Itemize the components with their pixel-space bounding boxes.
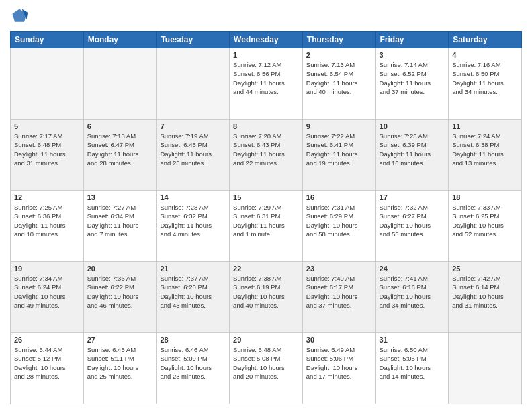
day-info: Sunrise: 7:18 AM Sunset: 6:47 PM Dayligh… <box>87 132 153 167</box>
weekday-tuesday: Tuesday <box>157 32 230 48</box>
weekday-friday: Friday <box>375 32 449 48</box>
day-number: 29 <box>233 336 299 344</box>
logo-icon <box>10 7 29 26</box>
day-info: Sunrise: 7:14 AM Sunset: 6:52 PM Dayligh… <box>380 60 445 96</box>
day-number: 23 <box>306 265 372 273</box>
day-info: Sunrise: 7:36 AM Sunset: 6:22 PM Dayligh… <box>87 274 153 310</box>
day-number: 7 <box>160 122 226 130</box>
calendar-cell: 29Sunrise: 6:48 AM Sunset: 5:08 PM Dayli… <box>230 333 303 404</box>
day-info: Sunrise: 7:37 AM Sunset: 6:20 PM Dayligh… <box>160 274 226 310</box>
calendar-row-4: 26Sunrise: 6:44 AM Sunset: 5:12 PM Dayli… <box>11 333 522 404</box>
day-info: Sunrise: 7:27 AM Sunset: 6:34 PM Dayligh… <box>87 203 153 238</box>
calendar-row-2: 12Sunrise: 7:25 AM Sunset: 6:36 PM Dayli… <box>11 191 522 262</box>
calendar-cell: 1Sunrise: 7:12 AM Sunset: 6:56 PM Daylig… <box>230 48 303 120</box>
day-number: 26 <box>14 336 80 344</box>
calendar-cell: 4Sunrise: 7:16 AM Sunset: 6:50 PM Daylig… <box>449 48 522 120</box>
calendar-cell: 5Sunrise: 7:17 AM Sunset: 6:48 PM Daylig… <box>11 120 84 191</box>
day-info: Sunrise: 7:24 AM Sunset: 6:38 PM Dayligh… <box>452 132 518 167</box>
calendar-cell: 11Sunrise: 7:24 AM Sunset: 6:38 PM Dayli… <box>449 120 522 191</box>
calendar-cell: 28Sunrise: 6:46 AM Sunset: 5:09 PM Dayli… <box>157 333 230 404</box>
day-number: 6 <box>87 122 153 130</box>
day-info: Sunrise: 7:40 AM Sunset: 6:17 PM Dayligh… <box>306 274 372 310</box>
calendar-cell <box>449 333 522 404</box>
day-info: Sunrise: 7:38 AM Sunset: 6:19 PM Dayligh… <box>233 274 299 310</box>
day-number: 4 <box>452 51 518 59</box>
calendar-cell <box>157 48 230 120</box>
calendar-cell: 9Sunrise: 7:22 AM Sunset: 6:41 PM Daylig… <box>302 120 375 191</box>
calendar-cell: 18Sunrise: 7:33 AM Sunset: 6:25 PM Dayli… <box>449 191 522 262</box>
day-number: 11 <box>452 122 518 130</box>
calendar-cell: 30Sunrise: 6:49 AM Sunset: 5:06 PM Dayli… <box>302 333 375 404</box>
day-number: 28 <box>160 336 226 344</box>
day-number: 9 <box>306 122 372 130</box>
calendar-cell: 15Sunrise: 7:29 AM Sunset: 6:31 PM Dayli… <box>230 191 303 262</box>
day-info: Sunrise: 6:50 AM Sunset: 5:05 PM Dayligh… <box>380 345 445 381</box>
weekday-monday: Monday <box>83 32 157 48</box>
day-number: 5 <box>14 122 80 130</box>
weekday-wednesday: Wednesday <box>230 32 303 48</box>
day-info: Sunrise: 7:17 AM Sunset: 6:48 PM Dayligh… <box>14 132 80 167</box>
day-info: Sunrise: 7:41 AM Sunset: 6:16 PM Dayligh… <box>380 274 445 310</box>
day-number: 13 <box>87 193 153 201</box>
day-number: 1 <box>233 51 299 59</box>
calendar-cell: 23Sunrise: 7:40 AM Sunset: 6:17 PM Dayli… <box>302 262 375 333</box>
day-number: 24 <box>380 265 445 273</box>
calendar-cell: 3Sunrise: 7:14 AM Sunset: 6:52 PM Daylig… <box>375 48 449 120</box>
day-number: 17 <box>380 193 445 201</box>
calendar-cell: 13Sunrise: 7:27 AM Sunset: 6:34 PM Dayli… <box>83 191 157 262</box>
day-info: Sunrise: 6:45 AM Sunset: 5:11 PM Dayligh… <box>87 345 153 381</box>
day-number: 15 <box>233 193 299 201</box>
calendar-cell: 20Sunrise: 7:36 AM Sunset: 6:22 PM Dayli… <box>83 262 157 333</box>
day-info: Sunrise: 7:16 AM Sunset: 6:50 PM Dayligh… <box>452 60 518 96</box>
calendar-table: SundayMondayTuesdayWednesdayThursdayFrid… <box>10 31 522 404</box>
calendar-cell: 14Sunrise: 7:28 AM Sunset: 6:32 PM Dayli… <box>157 191 230 262</box>
calendar-row-0: 1Sunrise: 7:12 AM Sunset: 6:56 PM Daylig… <box>11 48 522 120</box>
calendar-cell: 12Sunrise: 7:25 AM Sunset: 6:36 PM Dayli… <box>11 191 84 262</box>
weekday-thursday: Thursday <box>302 32 375 48</box>
calendar-cell: 31Sunrise: 6:50 AM Sunset: 5:05 PM Dayli… <box>375 333 449 404</box>
day-info: Sunrise: 6:44 AM Sunset: 5:12 PM Dayligh… <box>14 345 80 381</box>
header <box>10 7 522 26</box>
calendar-cell: 8Sunrise: 7:20 AM Sunset: 6:43 PM Daylig… <box>230 120 303 191</box>
calendar-row-3: 19Sunrise: 7:34 AM Sunset: 6:24 PM Dayli… <box>11 262 522 333</box>
calendar-cell: 24Sunrise: 7:41 AM Sunset: 6:16 PM Dayli… <box>375 262 449 333</box>
page: SundayMondayTuesdayWednesdayThursdayFrid… <box>0 0 532 411</box>
day-info: Sunrise: 7:33 AM Sunset: 6:25 PM Dayligh… <box>452 203 518 238</box>
calendar-cell: 10Sunrise: 7:23 AM Sunset: 6:39 PM Dayli… <box>375 120 449 191</box>
weekday-header-row: SundayMondayTuesdayWednesdayThursdayFrid… <box>11 32 522 48</box>
day-info: Sunrise: 6:46 AM Sunset: 5:09 PM Dayligh… <box>160 345 226 381</box>
day-number: 10 <box>380 122 445 130</box>
day-info: Sunrise: 7:32 AM Sunset: 6:27 PM Dayligh… <box>380 203 445 238</box>
day-info: Sunrise: 7:20 AM Sunset: 6:43 PM Dayligh… <box>233 132 299 167</box>
day-number: 21 <box>160 265 226 273</box>
calendar-cell: 22Sunrise: 7:38 AM Sunset: 6:19 PM Dayli… <box>230 262 303 333</box>
day-number: 25 <box>452 265 518 273</box>
day-number: 2 <box>306 51 372 59</box>
calendar-cell <box>11 48 84 120</box>
day-number: 22 <box>233 265 299 273</box>
logo <box>10 7 30 26</box>
calendar-cell <box>83 48 157 120</box>
day-number: 16 <box>306 193 372 201</box>
weekday-saturday: Saturday <box>449 32 522 48</box>
day-number: 19 <box>14 265 80 273</box>
day-number: 31 <box>380 336 445 344</box>
day-info: Sunrise: 7:23 AM Sunset: 6:39 PM Dayligh… <box>380 132 445 167</box>
calendar-cell: 2Sunrise: 7:13 AM Sunset: 6:54 PM Daylig… <box>302 48 375 120</box>
calendar-cell: 27Sunrise: 6:45 AM Sunset: 5:11 PM Dayli… <box>83 333 157 404</box>
day-number: 8 <box>233 122 299 130</box>
day-info: Sunrise: 7:42 AM Sunset: 6:14 PM Dayligh… <box>452 274 518 310</box>
calendar-cell: 26Sunrise: 6:44 AM Sunset: 5:12 PM Dayli… <box>11 333 84 404</box>
day-info: Sunrise: 6:48 AM Sunset: 5:08 PM Dayligh… <box>233 345 299 381</box>
day-info: Sunrise: 7:22 AM Sunset: 6:41 PM Dayligh… <box>306 132 372 167</box>
day-info: Sunrise: 7:25 AM Sunset: 6:36 PM Dayligh… <box>14 203 80 238</box>
calendar-cell: 21Sunrise: 7:37 AM Sunset: 6:20 PM Dayli… <box>157 262 230 333</box>
day-info: Sunrise: 7:34 AM Sunset: 6:24 PM Dayligh… <box>14 274 80 310</box>
calendar-cell: 16Sunrise: 7:31 AM Sunset: 6:29 PM Dayli… <box>302 191 375 262</box>
day-info: Sunrise: 7:13 AM Sunset: 6:54 PM Dayligh… <box>306 60 372 96</box>
calendar-row-1: 5Sunrise: 7:17 AM Sunset: 6:48 PM Daylig… <box>11 120 522 191</box>
calendar-cell: 6Sunrise: 7:18 AM Sunset: 6:47 PM Daylig… <box>83 120 157 191</box>
calendar-cell: 7Sunrise: 7:19 AM Sunset: 6:45 PM Daylig… <box>157 120 230 191</box>
day-number: 18 <box>452 193 518 201</box>
day-info: Sunrise: 7:28 AM Sunset: 6:32 PM Dayligh… <box>160 203 226 238</box>
